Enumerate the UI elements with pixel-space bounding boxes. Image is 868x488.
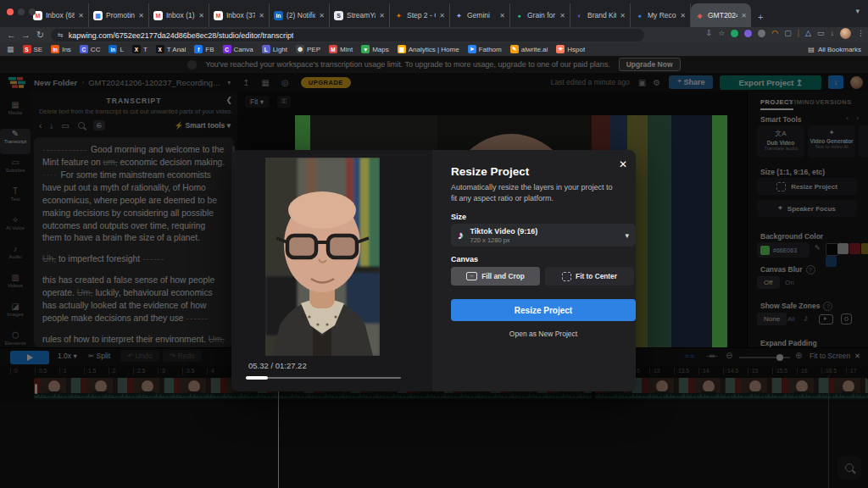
browser-tab[interactable]: MInbox (37) -✕ (209, 3, 270, 27)
brandkit-icon: ◐ (575, 11, 584, 20)
tab-close-icon[interactable]: ✕ (499, 12, 505, 19)
extension-purple-icon[interactable] (744, 30, 752, 37)
all-bookmarks-label: All Bookmarks (818, 46, 861, 53)
labs-flask-icon[interactable]: △ (805, 30, 811, 37)
tab-close-icon[interactable]: ✕ (680, 12, 686, 19)
bookmark-favicon: in (51, 45, 59, 53)
bookmark-item[interactable]: LLight (262, 45, 287, 53)
browser-tab[interactable]: ●My Recordin✕ (631, 3, 691, 27)
browser-tab-strip: MInbox (68) -✕▦Promoting E✕MInbox (1) - … (0, 0, 868, 27)
extension-evernote-icon[interactable] (731, 30, 738, 37)
downloads-icon[interactable]: ↓ (831, 30, 835, 37)
tab-close-icon[interactable]: ✕ (78, 12, 84, 19)
bookmark-label: Fathom (479, 46, 502, 53)
modal-content-pane: ✕ Resize Project Automatically resize th… (432, 150, 636, 391)
resize-project-button[interactable]: Resize Project (451, 299, 636, 321)
wallet-icon[interactable]: ▭ (817, 30, 825, 37)
streamyard-icon: S (334, 11, 343, 20)
tab-close-icon[interactable]: ✕ (741, 12, 747, 19)
size-dropdown[interactable]: ♪ Tiktok Video (9:16) 720 x 1280 px ▾ (451, 224, 636, 247)
tab-close-icon[interactable]: ✕ (439, 12, 445, 19)
bookmark-item[interactable]: ✳Hspot (556, 45, 585, 53)
toolbar-icons: ⇩ ☆ ◠ ▢ | △ ▭ ↓ ⋮ (706, 28, 865, 39)
menu-kebab-icon[interactable]: ⋮ (857, 30, 865, 37)
size-label: Size (451, 213, 466, 221)
tab-close-icon[interactable]: ✕ (379, 12, 385, 19)
reload-icon[interactable]: ↻ (36, 30, 44, 41)
bookmark-label: alwrite.ai (521, 46, 548, 53)
bookmark-star-icon[interactable]: ☆ (718, 30, 725, 37)
tab-search-chevron-icon[interactable]: ▾ (855, 7, 860, 15)
fill-and-crop-button[interactable]: ↔ Fill and Crop (451, 267, 540, 286)
size-option-label: Tiktok Video (9:16) (470, 227, 538, 236)
browser-tab[interactable]: ◐Brand Kit —✕ (570, 3, 631, 27)
doc-icon: ✦ (394, 11, 403, 20)
window-controls[interactable] (7, 8, 36, 15)
bookmark-item[interactable]: ▆Analytics | Home (398, 45, 459, 53)
bookmark-label: PEP (307, 46, 320, 53)
browser-tab[interactable]: ✦Gemini✕ (450, 3, 510, 27)
extension-arc-icon[interactable]: ◠ (771, 30, 778, 37)
bookmark-item[interactable]: MMint (329, 45, 353, 53)
bookmark-item[interactable]: CCanva (223, 45, 253, 53)
browser-tab[interactable]: in(2) Notificati✕ (270, 3, 330, 27)
resize-project-modal: 05.32 / 01:27.22 ✕ Resize Project Automa… (231, 150, 636, 391)
bookmark-favicon: ◍ (296, 45, 304, 53)
bookmark-favicon: ➤ (468, 45, 476, 53)
tab-close-icon[interactable]: ✕ (138, 12, 144, 19)
bookmark-item[interactable]: ▼Maps (361, 45, 389, 53)
tab-close-icon[interactable]: ✕ (198, 12, 204, 19)
browser-tab[interactable]: ✦Step 2 - Ge✕ (390, 3, 450, 27)
close-modal-icon[interactable]: ✕ (619, 158, 627, 170)
bookmark-item[interactable]: ◍PEP (296, 45, 320, 53)
browser-tab[interactable]: ▦Promoting E✕ (89, 3, 149, 27)
linkedin-icon: in (274, 11, 283, 20)
browser-tab[interactable]: MInbox (68) -✕ (29, 3, 89, 27)
minimize-window-icon[interactable] (18, 8, 25, 15)
bookmark-item[interactable]: fFB (194, 45, 214, 53)
kapwing-icon: ◆ (695, 11, 704, 20)
extension-box-icon[interactable]: ▢ (784, 30, 792, 37)
profile-avatar[interactable] (840, 28, 851, 39)
recording-icon: ● (635, 11, 644, 20)
tabs-container: MInbox (68) -✕▦Promoting E✕MInbox (1) - … (29, 3, 751, 27)
zoom-window-icon[interactable] (29, 8, 36, 15)
close-window-icon[interactable] (7, 8, 14, 15)
bookmark-favicon: M (329, 45, 337, 53)
extension-gray-icon[interactable] (758, 30, 765, 37)
tab-close-icon[interactable]: ✕ (559, 12, 565, 19)
bookmark-item[interactable]: inIns (51, 45, 71, 53)
tab-title: StreamYard - (347, 11, 376, 19)
tab-close-icon[interactable]: ✕ (620, 12, 626, 19)
open-as-new-project-link[interactable]: Open as New Project (451, 330, 636, 338)
back-icon[interactable]: ← (7, 30, 16, 40)
address-bar[interactable]: ⇆ kapwing.com/6752ee2177da24d86be8ec28/s… (51, 29, 644, 42)
tab-close-icon[interactable]: ✕ (259, 12, 264, 19)
preview-timestamp: 05.32 / 01:27.22 (248, 361, 307, 370)
tab-close-icon[interactable]: ✕ (319, 12, 325, 19)
browser-tab[interactable]: SStreamYard -✕ (330, 3, 390, 27)
browser-tab[interactable]: ◆GMT2024121✕ (691, 3, 751, 27)
forward-icon[interactable]: → (21, 30, 31, 40)
bookmark-item[interactable]: XT (132, 45, 147, 53)
all-bookmarks[interactable]: ▤ All Bookmarks (808, 46, 861, 53)
apps-grid-icon[interactable]: ▦ (7, 45, 14, 53)
preview-progress-bar[interactable] (246, 377, 401, 379)
bookmark-item[interactable]: inL (108, 45, 123, 53)
bookmark-item[interactable]: ✎alwrite.ai (510, 45, 548, 53)
bookmark-favicon: ▼ (361, 45, 370, 53)
install-icon[interactable]: ⇩ (706, 30, 713, 37)
bookmark-item[interactable]: XT Anal (156, 45, 186, 53)
bookmark-item[interactable]: SSE (23, 45, 43, 53)
tab-title: Grain for Pro (527, 11, 556, 19)
bookmark-item[interactable]: CCC (80, 45, 101, 53)
new-tab-button[interactable]: + (758, 12, 763, 22)
bookmark-label: Mint (340, 46, 353, 53)
bookmark-item[interactable]: ➤Fathom (468, 45, 502, 53)
browser-tab[interactable]: MInbox (1) - c✕ (149, 3, 209, 27)
screen: MInbox (68) -✕▦Promoting E✕MInbox (1) - … (0, 0, 868, 488)
fit-to-center-button[interactable]: Fit to Center (545, 267, 634, 286)
bookmark-favicon: ✳ (556, 45, 565, 53)
browser-tab[interactable]: ●Grain for Pro✕ (510, 3, 570, 27)
site-settings-icon[interactable]: ⇆ (58, 31, 64, 39)
